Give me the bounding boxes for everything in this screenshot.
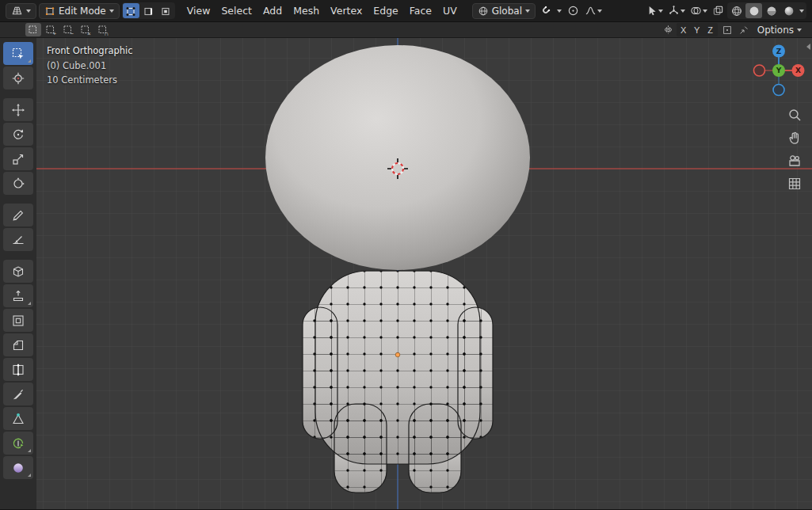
chevron-down-icon [658, 10, 663, 13]
proportional-falloff-dropdown[interactable] [583, 3, 604, 18]
mirror-axis-buttons: X Y Z [677, 23, 718, 36]
menu-face[interactable]: Face [404, 2, 437, 19]
tool-poly-build[interactable] [3, 407, 33, 430]
snap-toggle[interactable] [538, 3, 553, 18]
solid-sphere-icon [748, 5, 761, 17]
material-sphere-icon [765, 5, 778, 17]
orientation-dropdown[interactable]: Global [472, 3, 536, 19]
face-select-icon [159, 5, 172, 17]
gizmo-minus-z-ball[interactable] [773, 85, 784, 96]
rotate-icon [11, 128, 25, 142]
select-mode-invert-button[interactable]: × [78, 23, 93, 36]
edge-select-mode-button[interactable] [140, 3, 157, 18]
shading-mode-buttons [727, 2, 806, 19]
tool-annotate[interactable] [3, 204, 33, 226]
menu-select[interactable]: Select [215, 2, 257, 19]
tool-select-box[interactable] [3, 42, 33, 65]
smooth-icon [11, 461, 25, 475]
loop-cut-icon [11, 363, 25, 377]
wireframe-shading-button[interactable] [728, 3, 745, 18]
select-mode-set-button[interactable] [25, 23, 41, 36]
tool-bevel[interactable] [3, 333, 33, 356]
tool-rotate[interactable] [3, 123, 33, 146]
gizmos-toggle[interactable] [666, 3, 687, 18]
face-select-mode-button[interactable] [158, 3, 174, 18]
bevel-icon [11, 338, 25, 352]
mirror-z-button[interactable]: Z [704, 24, 717, 36]
overlays-icon [690, 5, 702, 17]
mode-dropdown[interactable]: Edit Mode [39, 3, 120, 19]
snap-settings-dropdown[interactable] [555, 8, 563, 14]
navigation-gizmo[interactable]: Z X Y [753, 44, 805, 97]
svg-text:+: + [53, 29, 57, 36]
viewport-canvas[interactable] [36, 38, 812, 509]
extra-option-icon-a[interactable] [720, 23, 734, 37]
pan-button[interactable] [786, 129, 803, 147]
viewport-header-right [644, 2, 806, 19]
tool-inset-faces[interactable] [3, 309, 33, 332]
menu-vertex[interactable]: Vertex [325, 2, 368, 19]
tool-loop-cut[interactable] [3, 358, 33, 381]
toggle-grid-button[interactable] [786, 175, 803, 192]
annotate-pencil-icon [11, 208, 25, 223]
chevron-down-icon [557, 10, 562, 13]
zoom-button[interactable] [786, 106, 803, 124]
solid-shading-button[interactable] [745, 3, 762, 18]
sidebar-toggle[interactable] [806, 44, 810, 50]
object-visibility-dropdown[interactable] [644, 3, 665, 18]
gizmo-y-label: Y [776, 67, 782, 74]
select-mode-intersect-button[interactable]: ∩ [95, 23, 111, 36]
extra-option-icon-b[interactable] [737, 23, 751, 37]
mirror-x-button[interactable]: X [677, 24, 690, 36]
inset-icon [11, 314, 25, 328]
tool-smooth[interactable] [3, 456, 33, 479]
gizmo-tripod-icon [668, 5, 680, 17]
shading-dropdown[interactable] [798, 3, 806, 18]
material-shading-button[interactable] [763, 3, 780, 18]
tool-spin[interactable] [3, 432, 33, 455]
select-mode-subtract-button[interactable]: − [60, 23, 76, 36]
tool-cursor[interactable] [3, 67, 33, 89]
character-head[interactable] [265, 45, 530, 270]
viewport-3d[interactable]: Front Orthographic (0) Cube.001 10 Centi… [36, 38, 812, 509]
menu-mesh[interactable]: Mesh [288, 2, 325, 19]
tool-extrude-region[interactable] [3, 284, 33, 307]
tool-transform[interactable] [3, 172, 33, 195]
poly-build-icon [11, 412, 25, 426]
tool-scale[interactable] [3, 147, 33, 170]
select-subtract-icon: − [62, 24, 74, 36]
options-dropdown[interactable]: Options [753, 23, 806, 36]
edge-select-icon [142, 5, 154, 17]
gizmo-minus-x-ball[interactable] [754, 65, 765, 76]
editor-type-button[interactable] [6, 3, 36, 19]
tool-add-cube[interactable] [3, 260, 33, 283]
falloff-curve-icon [585, 5, 597, 17]
camera-view-button[interactable] [786, 152, 803, 169]
topbar: Edit Mode View S [0, 0, 812, 22]
snap-small-icon [738, 25, 749, 36]
overlays-toggle[interactable] [688, 3, 709, 18]
rendered-shading-button[interactable] [780, 3, 797, 18]
object-origin-point [395, 352, 400, 357]
xray-toggle[interactable] [711, 3, 726, 18]
measure-icon [11, 233, 25, 247]
vertex-select-mode-button[interactable] [123, 3, 139, 18]
tool-move[interactable] [3, 98, 33, 121]
mirror-y-button[interactable]: Y [691, 24, 703, 36]
menu-view[interactable]: View [181, 2, 216, 19]
menu-add[interactable]: Add [257, 2, 288, 19]
spin-icon [11, 436, 25, 451]
menu-uv[interactable]: UV [437, 2, 463, 19]
chevron-down-icon [525, 10, 530, 13]
tool-knife[interactable] [3, 382, 33, 405]
gizmo-z-label: Z [776, 48, 782, 55]
select-invert-icon: × [79, 24, 92, 36]
select-mode-extend-button[interactable]: + [43, 23, 59, 36]
select-mode-buttons [122, 2, 175, 19]
select-intersect-icon: ∩ [97, 24, 109, 36]
menu-edge[interactable]: Edge [368, 2, 403, 19]
proportional-editing-toggle[interactable] [566, 3, 581, 18]
svg-text:×: × [87, 29, 91, 36]
tool-measure[interactable] [3, 228, 33, 251]
svg-text:−: − [71, 29, 74, 36]
